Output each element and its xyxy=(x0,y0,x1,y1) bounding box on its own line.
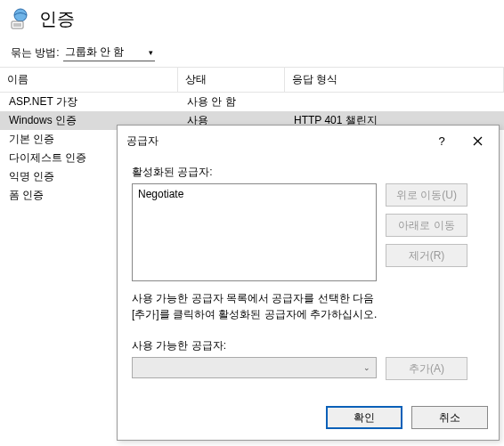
group-by-label: 묶는 방법: xyxy=(11,45,60,61)
help-button[interactable]: ? xyxy=(424,131,459,150)
enabled-providers-label: 활성화된 공급자: xyxy=(132,165,484,180)
hint-text: 사용 가능한 공급자 목록에서 공급자를 선택한 다음 [추가]를 클릭하여 활… xyxy=(132,290,381,322)
page-title: 인증 xyxy=(39,7,75,31)
enabled-providers-list[interactable]: Negotiate xyxy=(132,183,377,281)
chevron-down-icon: ▾ xyxy=(149,48,153,57)
col-name[interactable]: 이름 xyxy=(0,67,178,93)
available-providers-combo[interactable]: ⌄ xyxy=(132,357,377,378)
table-row[interactable]: ASP.NET 가장 사용 안 함 xyxy=(0,93,504,111)
close-icon xyxy=(473,136,483,146)
group-by-value: 그룹화 안 함 xyxy=(65,45,125,60)
svg-point-0 xyxy=(14,9,27,21)
svg-rect-1 xyxy=(12,21,23,28)
col-status[interactable]: 상태 xyxy=(178,67,285,93)
close-button[interactable] xyxy=(459,131,495,150)
auth-icon xyxy=(7,5,34,32)
move-up-button[interactable]: 위로 이동(U) xyxy=(386,183,467,207)
providers-dialog: 공급자 ? 활성화된 공급자: Negotiate 위로 이동(U) 아래로 이… xyxy=(117,125,500,441)
list-item[interactable]: Negotiate xyxy=(138,188,370,200)
available-providers-label: 사용 가능한 공급자: xyxy=(132,338,484,353)
col-response[interactable]: 응답 형식 xyxy=(285,67,504,93)
group-by-select[interactable]: 그룹화 안 함 ▾ xyxy=(63,45,156,61)
group-by-bar: 묶는 방법: 그룹화 안 함 ▾ xyxy=(0,41,504,67)
remove-button[interactable]: 제거(R) xyxy=(386,244,467,267)
move-down-button[interactable]: 아래로 이동 xyxy=(386,214,467,237)
dialog-title: 공급자 xyxy=(126,134,159,149)
table-header: 이름 상태 응답 형식 xyxy=(0,67,504,93)
chevron-down-icon: ⌄ xyxy=(363,363,370,372)
add-button[interactable]: 추가(A) xyxy=(386,357,467,380)
dialog-buttons: 확인 취소 xyxy=(118,397,499,440)
page-header: 인증 xyxy=(0,0,504,41)
dialog-titlebar: 공급자 ? xyxy=(118,126,499,156)
ok-button[interactable]: 확인 xyxy=(326,406,402,429)
cancel-button[interactable]: 취소 xyxy=(411,406,488,429)
